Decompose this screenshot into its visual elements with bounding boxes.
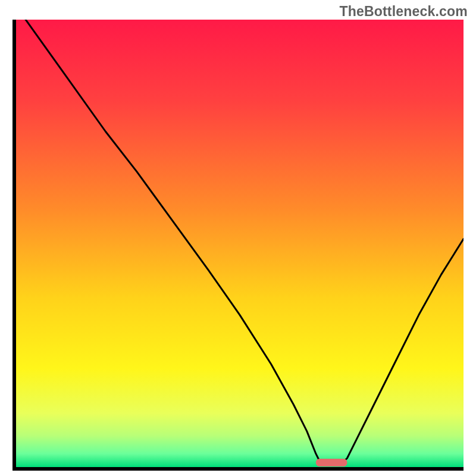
watermark-text: TheBottleneck.com bbox=[339, 4, 468, 20]
background-heatmap bbox=[16, 20, 464, 467]
optimal-band-marker bbox=[316, 459, 347, 466]
chart-container: TheBottleneck.com bbox=[0, 0, 476, 476]
chart-svg bbox=[16, 20, 464, 467]
plot-area bbox=[16, 20, 464, 467]
